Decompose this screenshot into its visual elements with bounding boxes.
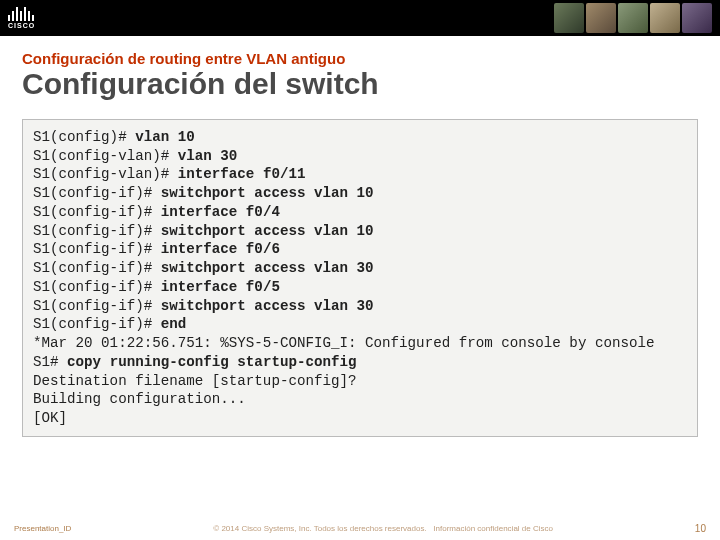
cli-line: S1(config-if)# switchport access vlan 10 <box>33 184 687 203</box>
cli-prompt: S1(config-if)# <box>33 223 161 239</box>
slide-content: Configuración de routing entre VLAN anti… <box>0 36 720 437</box>
cli-prompt: S1(config-if)# <box>33 298 161 314</box>
cli-prompt: S1(config-if)# <box>33 260 161 276</box>
cli-prompt: S1(config-vlan)# <box>33 148 178 164</box>
cli-line: S1# copy running-config startup-config <box>33 353 687 372</box>
slide-title: Configuración del switch <box>22 67 698 101</box>
cli-prompt: S1(config-if)# <box>33 204 161 220</box>
cli-line: S1(config)# vlan 10 <box>33 128 687 147</box>
cli-command: vlan 30 <box>178 148 238 164</box>
cli-line: S1(config-vlan)# vlan 30 <box>33 147 687 166</box>
cli-prompt: S1(config-if)# <box>33 316 161 332</box>
cli-line: S1(config-if)# interface f0/6 <box>33 240 687 259</box>
cli-prompt: S1(config-if)# <box>33 241 161 257</box>
header-photo <box>586 3 616 33</box>
footer-copyright: © 2014 Cisco Systems, Inc. Todos los der… <box>213 524 426 533</box>
cli-prompt: S1(config-vlan)# <box>33 166 178 182</box>
footer-confidential: Información confidencial de Cisco <box>433 524 553 533</box>
cli-line: Destination filename [startup-config]? <box>33 372 687 391</box>
cli-line: Building configuration... <box>33 390 687 409</box>
cli-command: switchport access vlan 30 <box>161 298 374 314</box>
cli-command: interface f0/6 <box>161 241 280 257</box>
cli-line: S1(config-if)# interface f0/5 <box>33 278 687 297</box>
cli-line: S1(config-if)# end <box>33 315 687 334</box>
cli-line: [OK] <box>33 409 687 428</box>
top-bar: CISCO <box>0 0 720 36</box>
cli-command: end <box>161 316 187 332</box>
header-photo <box>650 3 680 33</box>
cli-command: switchport access vlan 30 <box>161 260 374 276</box>
cli-command: switchport access vlan 10 <box>161 185 374 201</box>
cisco-logo: CISCO <box>8 7 35 29</box>
logo-text: CISCO <box>8 22 35 29</box>
cli-command: switchport access vlan 10 <box>161 223 374 239</box>
slide-subtitle: Configuración de routing entre VLAN anti… <box>22 50 698 67</box>
header-photo <box>618 3 648 33</box>
cli-prompt: S1(config-if)# <box>33 185 161 201</box>
cli-prompt: S1(config)# <box>33 129 135 145</box>
footer-page-number: 10 <box>695 523 706 534</box>
cli-line: S1(config-if)# switchport access vlan 10 <box>33 222 687 241</box>
cli-command: interface f0/4 <box>161 204 280 220</box>
slide-footer: Presentation_ID © 2014 Cisco Systems, In… <box>0 523 720 534</box>
cli-line: S1(config-vlan)# interface f0/11 <box>33 165 687 184</box>
cli-command: copy running-config startup-config <box>67 354 356 370</box>
cli-line: S1(config-if)# switchport access vlan 30 <box>33 297 687 316</box>
cli-output-box: S1(config)# vlan 10S1(config-vlan)# vlan… <box>22 119 698 437</box>
cli-prompt: S1(config-if)# <box>33 279 161 295</box>
logo-bars-icon <box>8 7 35 21</box>
header-photo-strip <box>554 3 712 33</box>
cli-command: vlan 10 <box>135 129 195 145</box>
cli-line: *Mar 20 01:22:56.751: %SYS-5-CONFIG_I: C… <box>33 334 687 353</box>
cli-prompt: S1# <box>33 354 67 370</box>
footer-presentation-id: Presentation_ID <box>14 524 71 533</box>
header-photo <box>554 3 584 33</box>
cli-command: interface f0/5 <box>161 279 280 295</box>
cli-line: S1(config-if)# switchport access vlan 30 <box>33 259 687 278</box>
cli-command: interface f0/11 <box>178 166 306 182</box>
cli-line: S1(config-if)# interface f0/4 <box>33 203 687 222</box>
header-photo <box>682 3 712 33</box>
